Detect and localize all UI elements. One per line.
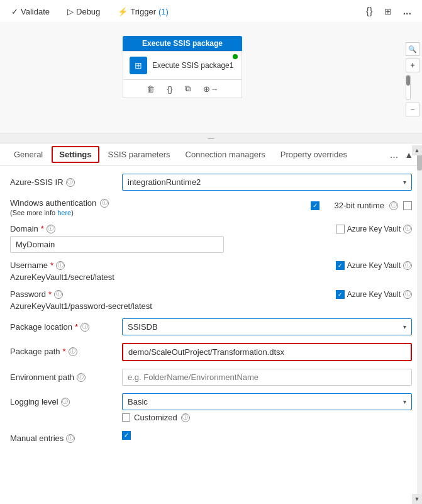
monitor-button[interactable]: ⊞ [381, 4, 395, 18]
password-info-icon[interactable]: ⓘ [54, 290, 63, 299]
runtime-32bit-checkbox[interactable] [403, 201, 412, 210]
runtime-32bit-label: 32-bit runtime [335, 201, 384, 210]
search-canvas-button[interactable]: 🔍 [406, 42, 419, 56]
windows-auth-label-row: Windows authentication ⓘ [10, 198, 306, 208]
scroll-up-button[interactable]: ▲ [412, 145, 422, 155]
domain-akv-checkbox[interactable] [336, 225, 345, 233]
code-activity-button[interactable]: {} [165, 83, 175, 95]
windows-auth-left: Windows authentication ⓘ (See more info … [10, 198, 306, 216]
username-akv-group: Azure Key Vault ⓘ [336, 261, 412, 270]
windows-auth-checkbox[interactable] [311, 201, 319, 210]
runtime-32bit-group: 32-bit runtime ⓘ [335, 201, 412, 210]
manual-entries-info-icon[interactable]: ⓘ [66, 434, 75, 443]
package-location-control: SSISDB ▾ [122, 318, 412, 335]
environment-path-input[interactable] [122, 369, 412, 386]
azure-ssis-ir-control: integrationRuntime2 ▾ [122, 174, 412, 191]
validate-label: Validate [21, 7, 50, 16]
windows-auth-row: Windows authentication ⓘ (See more info … [10, 198, 412, 216]
package-location-dropdown[interactable]: SSISDB ▾ [122, 318, 412, 335]
package-location-value: SSISDB [128, 322, 158, 332]
username-value: AzureKeyVault1/secret/latest [10, 269, 114, 285]
environment-path-control [122, 369, 412, 386]
tab-property-overrides[interactable]: Property overrides [273, 145, 355, 164]
tabs-more-button[interactable]: ... [386, 149, 402, 160]
username-required: * [50, 260, 53, 270]
package-path-label: Package path * ⓘ [10, 343, 117, 356]
manual-entries-row: Manual entries ⓘ [10, 430, 412, 443]
logging-level-dropdown[interactable]: Basic ▾ [122, 393, 412, 410]
windows-auth-section: Windows authentication ⓘ (See more info … [10, 198, 412, 216]
azure-ssis-ir-value: integrationRuntime2 [128, 177, 201, 187]
azure-ssis-ir-info-icon[interactable]: ⓘ [66, 178, 75, 187]
zoom-out-button[interactable]: − [406, 103, 419, 116]
debug-button[interactable]: ▷ Debug [64, 5, 104, 18]
customized-row: Customized ⓘ [122, 413, 412, 422]
zoom-slider-track [406, 75, 411, 100]
tab-settings[interactable]: Settings [52, 146, 99, 163]
link-activity-button[interactable]: ⊕→ [201, 83, 221, 95]
customized-checkbox[interactable] [122, 413, 130, 422]
windows-auth-label: Windows authentication [10, 198, 96, 208]
azure-ssis-ir-dropdown[interactable]: integrationRuntime2 ▾ [122, 174, 412, 191]
toolbar: ✓ Validate ▷ Debug ⚡ Trigger (1) {} ⊞ ..… [0, 0, 422, 23]
tab-general[interactable]: General [6, 145, 50, 164]
username-label-group: Username * ⓘ [10, 260, 65, 270]
json-button[interactable]: {} [363, 4, 376, 19]
canvas-zoom-controls: 🔍 + − [406, 42, 419, 116]
windows-auth-info-icon[interactable]: ⓘ [100, 199, 109, 208]
tab-ssis-parameters[interactable]: SSIS parameters [101, 145, 178, 164]
username-akv-info-icon[interactable]: ⓘ [403, 261, 412, 270]
package-path-row: Package path * ⓘ [10, 343, 412, 361]
domain-akv-info-icon[interactable]: ⓘ [403, 225, 412, 233]
windows-auth-here-link[interactable]: here [57, 209, 71, 216]
username-info-icon[interactable]: ⓘ [56, 261, 65, 270]
username-akv-checkbox[interactable] [336, 261, 345, 270]
domain-label-group: Domain * ⓘ [10, 224, 55, 233]
customized-info-icon[interactable]: ⓘ [181, 413, 190, 422]
trigger-count: (1) [158, 7, 169, 16]
runtime-32bit-info-icon[interactable]: ⓘ [389, 201, 398, 210]
logging-level-value: Basic [128, 397, 148, 406]
domain-section: Domain * ⓘ Azure Key Vault ⓘ [10, 224, 412, 253]
manual-entries-label: Manual entries ⓘ [10, 430, 117, 443]
scrollbar-track [417, 145, 422, 504]
package-path-info-icon[interactable]: ⓘ [69, 347, 77, 356]
password-akv-info-icon[interactable]: ⓘ [403, 290, 412, 299]
manual-entries-control [122, 430, 412, 440]
more-options-button[interactable]: ... [400, 4, 414, 19]
password-label-group: Password * ⓘ [10, 289, 63, 299]
delete-activity-button[interactable]: 🗑 [144, 83, 157, 95]
domain-label: Domain [10, 224, 38, 233]
environment-path-label: Environment path ⓘ [10, 369, 117, 382]
zoom-in-button[interactable]: + [406, 59, 419, 72]
debug-label: Debug [76, 7, 100, 16]
zoom-slider-thumb[interactable] [406, 76, 410, 86]
manual-entries-checkbox[interactable] [122, 431, 131, 440]
validate-button[interactable]: ✓ Validate [8, 5, 53, 18]
activity-name: Execute SSIS package1 [152, 61, 233, 70]
password-akv-checkbox[interactable] [336, 290, 345, 299]
trigger-button[interactable]: ⚡ Trigger (1) [114, 5, 172, 18]
copy-activity-button[interactable]: ⧉ [182, 82, 193, 95]
package-location-row: Package location * ⓘ SSISDB ▾ [10, 318, 412, 335]
canvas-inner: Execute SSIS package ⊞ Execute SSIS pack… [0, 23, 422, 133]
environment-path-info-icon[interactable]: ⓘ [77, 373, 86, 382]
windows-auth-sub: (See more info here) [10, 209, 306, 216]
password-section: Password * ⓘ Azure Key Vault ⓘ AzureKeyV… [10, 289, 412, 311]
toolbar-right: {} ⊞ ... [363, 4, 414, 19]
collapse-bar[interactable]: — [0, 133, 422, 143]
scroll-down-button[interactable]: ▼ [412, 494, 422, 504]
domain-input[interactable] [10, 236, 224, 253]
domain-info-icon[interactable]: ⓘ [47, 225, 55, 233]
username-section: Username * ⓘ Azure Key Vault ⓘ AzureKeyV… [10, 260, 412, 282]
package-location-info-icon[interactable]: ⓘ [81, 323, 89, 332]
trigger-label: Trigger [130, 7, 156, 16]
activity-body[interactable]: ⊞ Execute SSIS package1 [123, 51, 242, 80]
package-path-control [122, 343, 412, 361]
package-path-input[interactable] [122, 343, 412, 361]
pkg-location-caret-icon: ▾ [403, 323, 406, 330]
customized-label: Customized [134, 413, 177, 422]
logging-level-info-icon[interactable]: ⓘ [61, 398, 70, 406]
validate-icon: ✓ [11, 7, 18, 16]
tab-connection-managers[interactable]: Connection managers [178, 145, 273, 164]
